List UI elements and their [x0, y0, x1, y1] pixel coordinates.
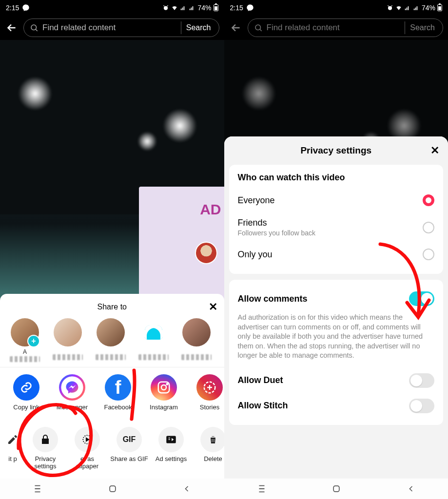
share-app-facebook[interactable]: f Facebook — [98, 374, 137, 418]
svg-point-9 — [388, 6, 392, 10]
close-button[interactable]: ✕ — [430, 144, 439, 157]
share-contact[interactable] — [136, 318, 172, 362]
nav-home-icon[interactable] — [331, 484, 341, 494]
svg-rect-11 — [333, 486, 339, 492]
nav-recents-icon[interactable] — [32, 483, 43, 494]
status-time: 2:15 — [6, 4, 19, 12]
alarm-icon — [387, 4, 393, 11]
action-delete[interactable]: Delete — [194, 427, 224, 470]
allow-comments-desc: Ad authorization is on for this video wh… — [238, 313, 435, 361]
radio-only-you[interactable]: Only you — [238, 243, 435, 266]
android-navbar — [0, 479, 224, 499]
allow-comments-label: Allow comments — [238, 294, 308, 304]
share-app-copy-link[interactable]: Copy link — [7, 374, 46, 418]
allow-duet-label: Allow Duet — [238, 375, 283, 385]
share-title: Share to — [97, 303, 127, 311]
share-contact[interactable] — [93, 318, 129, 362]
share-app-messenger[interactable]: Messenger — [53, 374, 92, 418]
back-button[interactable] — [5, 21, 19, 35]
messenger-icon — [65, 380, 79, 395]
back-button[interactable] — [229, 21, 243, 35]
share-contact[interactable]: A — [7, 318, 43, 362]
wifi-icon — [395, 4, 402, 11]
share-app-stories[interactable]: Stories — [190, 374, 224, 418]
battery-pct: 74% — [422, 4, 435, 12]
wallpaper-icon — [81, 433, 94, 446]
lock-icon — [39, 434, 51, 445]
radio-friends[interactable]: Friends Followers you follow back — [238, 212, 435, 243]
facebook-icon: f — [105, 374, 131, 401]
radio-icon — [423, 222, 434, 233]
search-button[interactable]: Search — [405, 21, 440, 34]
alarm-icon — [162, 4, 169, 11]
wifi-icon — [171, 4, 178, 11]
share-apps-row[interactable]: Copy link Messenger f Facebook Instagram… — [0, 367, 224, 420]
privacy-settings-sheet: Privacy settings ✕ Who can watch this vi… — [224, 136, 448, 479]
search-bar[interactable]: Search — [248, 19, 444, 37]
who-can-watch-card: Who can watch this video Everyone Friend… — [229, 165, 444, 274]
allow-comments-toggle[interactable] — [409, 291, 434, 306]
battery-icon — [214, 4, 218, 11]
gif-icon: GIF — [117, 427, 142, 452]
search-input[interactable] — [267, 23, 401, 33]
svg-rect-7 — [166, 436, 176, 443]
messenger-icon — [246, 4, 254, 12]
svg-point-0 — [164, 6, 168, 10]
radio-icon — [423, 194, 434, 206]
share-contacts-row[interactable]: A — [0, 315, 224, 364]
battery-pct: 74% — [197, 4, 211, 12]
svg-point-4 — [167, 384, 168, 385]
search-icon — [30, 23, 39, 32]
share-contact[interactable] — [178, 318, 214, 362]
search-icon — [254, 23, 263, 32]
top-bar: Search — [0, 16, 224, 40]
action-set-wallpaper[interactable]: et as allpaper — [68, 427, 106, 470]
signal-icon-2 — [189, 4, 195, 11]
allow-comments-card: Allow comments Ad authorization is on fo… — [229, 280, 444, 425]
phone-right: 2:15 74% Search — [224, 0, 448, 499]
nav-home-icon[interactable] — [108, 484, 117, 494]
action-privacy-settings[interactable]: Privacy settings — [26, 427, 64, 470]
share-actions-row[interactable]: it p Privacy settings et as allpaper GIF… — [0, 420, 224, 479]
share-sheet: Share to ✕ A Copy link Messenger — [0, 294, 224, 479]
android-navbar — [224, 479, 448, 499]
radio-everyone[interactable]: Everyone — [238, 189, 435, 212]
svg-rect-8 — [110, 486, 116, 492]
profile-avatar[interactable] — [195, 242, 217, 264]
action-edit[interactable]: it p — [3, 427, 22, 470]
search-button[interactable]: Search — [181, 21, 216, 34]
privacy-title: Privacy settings — [300, 145, 371, 156]
phone-left: 2:15 74% Search — [0, 0, 224, 499]
nav-back-icon[interactable] — [406, 484, 416, 494]
nav-back-icon[interactable] — [182, 484, 192, 494]
radio-icon — [423, 249, 434, 260]
ad-icon — [165, 433, 177, 446]
svg-point-10 — [255, 25, 261, 30]
pencil-icon — [7, 434, 19, 445]
stories-icon — [202, 380, 217, 395]
share-contact[interactable] — [50, 318, 86, 362]
svg-point-1 — [31, 25, 37, 30]
who-can-watch-title: Who can watch this video — [238, 173, 435, 183]
allow-duet-toggle[interactable] — [409, 373, 434, 388]
svg-point-3 — [161, 385, 166, 390]
nav-recents-icon[interactable] — [256, 483, 267, 494]
allow-stitch-label: Allow Stitch — [238, 401, 288, 411]
signal-icon — [404, 4, 411, 11]
action-share-gif[interactable]: GIF Share as GIF — [110, 427, 148, 470]
top-bar: Search — [224, 16, 448, 40]
signal-icon-2 — [413, 4, 420, 11]
share-app-instagram[interactable]: Instagram — [144, 374, 183, 418]
status-bar: 2:15 74% — [224, 0, 448, 16]
signal-icon — [180, 4, 187, 11]
trash-icon — [208, 434, 218, 445]
link-icon — [19, 381, 33, 394]
video-overlay-text: AD — [200, 201, 221, 218]
search-input[interactable] — [42, 23, 177, 33]
action-ad-settings[interactable]: Ad settings — [152, 427, 190, 470]
status-time: 2:15 — [230, 4, 243, 12]
battery-icon — [437, 4, 442, 11]
search-bar[interactable]: Search — [23, 19, 219, 37]
close-button[interactable]: ✕ — [209, 301, 217, 313]
allow-stitch-toggle[interactable] — [409, 399, 434, 413]
